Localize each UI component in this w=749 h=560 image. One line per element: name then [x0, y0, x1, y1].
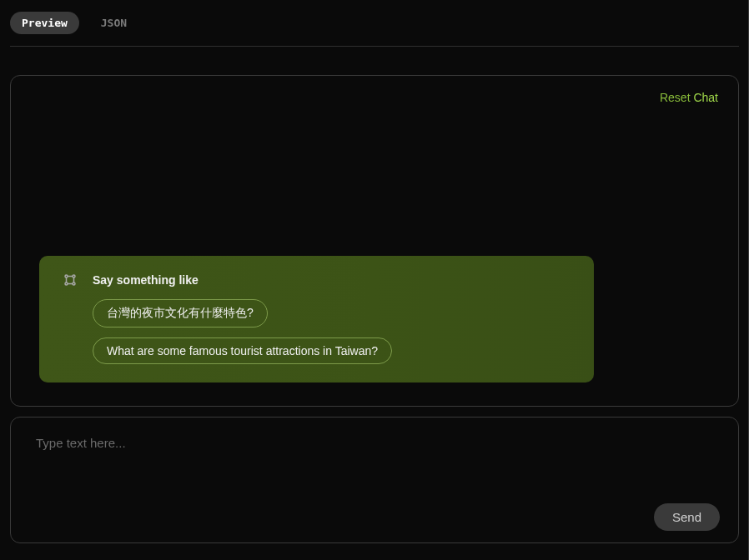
- input-panel: Send: [10, 417, 739, 543]
- suggestion-title: Say something like: [93, 273, 199, 287]
- main-container: Preview JSON Reset Chat Say something: [0, 0, 749, 560]
- suggestion-chips: 台灣的夜市文化有什麼特色? What are some famous touri…: [93, 299, 574, 364]
- reset-label-part1: Reset: [660, 91, 691, 104]
- svg-point-2: [65, 282, 68, 285]
- suggestion-chip[interactable]: 台灣的夜市文化有什麼特色?: [93, 299, 268, 328]
- send-button[interactable]: Send: [654, 503, 720, 531]
- nodes-icon: [63, 272, 78, 288]
- svg-point-0: [65, 275, 68, 278]
- tabs: Preview JSON: [10, 12, 739, 46]
- suggestion-chip[interactable]: What are some famous tourist attractions…: [93, 338, 392, 364]
- message-input[interactable]: [36, 436, 713, 502]
- reset-label-part2: Chat: [693, 91, 718, 104]
- reset-chat-button[interactable]: Reset Chat: [660, 91, 718, 104]
- divider: [10, 46, 739, 47]
- svg-point-3: [73, 282, 75, 285]
- tab-preview[interactable]: Preview: [10, 12, 79, 34]
- suggestion-header: Say something like: [59, 272, 574, 288]
- svg-point-1: [73, 275, 75, 278]
- tab-json[interactable]: JSON: [89, 12, 138, 34]
- suggestion-box: Say something like 台灣的夜市文化有什麼特色? What ar…: [39, 256, 594, 382]
- chat-panel: Reset Chat Say something like 台灣的夜市文化有什麼…: [10, 75, 739, 407]
